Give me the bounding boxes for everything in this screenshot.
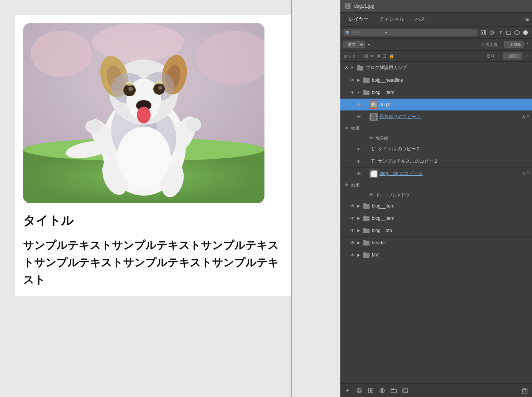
- filter-pixel-icon[interactable]: [480, 29, 487, 36]
- expand-arrow-headline[interactable]: ▶: [357, 78, 362, 82]
- filter-adjustment-icon[interactable]: [488, 29, 495, 36]
- new-group-icon[interactable]: [389, 386, 398, 395]
- visibility-toggle-effect1[interactable]: 👁: [343, 125, 350, 131]
- file-icon: [345, 3, 351, 9]
- svg-point-53: [371, 170, 372, 172]
- svg-text:fx: fx: [358, 389, 361, 393]
- visibility-toggle-border[interactable]: 👁: [368, 135, 374, 141]
- layer-item-header[interactable]: 👁 ▶ header: [340, 237, 532, 249]
- opacity-input[interactable]: [504, 41, 524, 48]
- layer-item-blog-item-open[interactable]: 👁 ▾ blog__item: [340, 86, 532, 99]
- expand-arrow-blog-item3[interactable]: ▶: [357, 216, 362, 220]
- visibility-toggle-dropshadow[interactable]: 👁: [368, 192, 374, 198]
- svg-rect-42: [506, 31, 511, 35]
- guide-vertical: [291, 0, 292, 397]
- svg-point-34: [156, 81, 163, 84]
- expand-arrow-blog-item[interactable]: ▾: [357, 90, 362, 94]
- effect-label-2: 効果: [351, 182, 360, 188]
- layer-name-blog-btn: blog__btn: [372, 228, 529, 233]
- folder-icon-blog-item: [363, 90, 370, 95]
- lock-move-icon[interactable]: ⊕: [376, 53, 380, 59]
- fill-input[interactable]: [503, 53, 522, 59]
- new-fill-layer-icon[interactable]: [378, 386, 386, 395]
- fx-arrow-rect-copy4[interactable]: ^: [527, 115, 529, 119]
- svg-point-12: [186, 118, 201, 132]
- svg-point-43: [523, 30, 528, 35]
- blend-mode-select[interactable]: 通常: [343, 41, 365, 48]
- layer-item-dog11[interactable]: 👁 ▶ dog11: [340, 99, 532, 111]
- layer-name-header: header: [372, 240, 529, 245]
- filter-smart-icon[interactable]: [514, 29, 521, 36]
- lock-all-icon[interactable]: 🔒: [389, 53, 394, 59]
- lock-draw-icon[interactable]: ✏: [370, 53, 374, 59]
- layer-item-blog-bg-copy2[interactable]: 👁 ▶ blog__bg のコピー２ fx ^: [340, 168, 532, 180]
- lock-pixels-icon[interactable]: ⊞: [364, 53, 368, 59]
- delete-layer-icon[interactable]: [521, 386, 529, 395]
- folder-icon-mv: [363, 252, 370, 258]
- layer-name-sample-copy2: サンプルテキス... のコピー２: [378, 158, 529, 165]
- layer-item-blog-item2[interactable]: 👁 ▶ blog__item: [340, 200, 532, 212]
- fill-label: 塗り：: [486, 53, 499, 59]
- svg-point-50: [371, 114, 372, 115]
- fx-arrow-blog-bg[interactable]: ^: [527, 171, 529, 176]
- layer-item-headline[interactable]: 👁 ▶ bolg__headline: [340, 74, 532, 86]
- layer-thumb-dog11: [369, 100, 378, 109]
- fill-chevron[interactable]: ⌃: [526, 54, 529, 58]
- dropshadow-label: ドロップシャドウ: [376, 192, 409, 198]
- blend-dropdown-arrow: ▼: [367, 43, 371, 47]
- layer-name-title-copy2: タイトル のコピー２: [378, 146, 529, 152]
- layer-item-rect-copy4[interactable]: 👁 ▶ 長方形２のコピー４ fx ^: [340, 111, 532, 123]
- visibility-toggle-blog-bg-copy2[interactable]: 👁: [356, 171, 362, 177]
- blog-title: タイトル: [23, 213, 284, 229]
- tab-layers[interactable]: レイヤー: [343, 13, 374, 26]
- layer-item-blog-item3[interactable]: 👁 ▶ blog__item: [340, 212, 532, 224]
- visibility-toggle-headline[interactable]: 👁: [350, 77, 356, 83]
- kind-filter-box[interactable]: 🔍 ▼: [343, 29, 478, 36]
- visibility-toggle-root[interactable]: 👁: [343, 65, 350, 71]
- layer-item-title-copy2[interactable]: 👁 ▶ T タイトル のコピー２: [340, 143, 532, 155]
- expand-arrow-blog-item2[interactable]: ▶: [357, 204, 362, 208]
- layer-item-dropshadow: 👁 ドロップシャドウ: [340, 190, 532, 200]
- layer-item-mv[interactable]: 👁 ▶ MV: [340, 249, 532, 261]
- visibility-toggle-dog11[interactable]: 👁: [356, 102, 362, 108]
- new-layer-icon[interactable]: [401, 386, 409, 395]
- visibility-toggle-blog-item[interactable]: 👁: [350, 89, 356, 96]
- tab-channels[interactable]: チャンネル: [374, 13, 410, 26]
- add-mask-icon[interactable]: [366, 386, 375, 395]
- lock-artboard-icon[interactable]: ⊡: [383, 53, 386, 59]
- visibility-toggle-mv[interactable]: 👁: [350, 252, 356, 258]
- visibility-toggle-blog-btn[interactable]: 👁: [350, 227, 356, 234]
- layer-fx-rect-copy4: fx: [522, 115, 526, 119]
- filter-color-icon[interactable]: [522, 29, 529, 36]
- svg-point-29: [158, 86, 162, 90]
- svg-point-57: [369, 389, 372, 392]
- expand-arrow-root[interactable]: ▾: [351, 66, 356, 70]
- layer-name-blog-bg-copy2: blog__bg のコピー２: [379, 170, 521, 177]
- layer-item-effect1: 👁 効果: [340, 123, 532, 133]
- visibility-toggle-title-copy2[interactable]: 👁: [356, 146, 362, 152]
- dropdown-arrow: ▼: [384, 31, 388, 35]
- visibility-toggle-header[interactable]: 👁: [350, 240, 356, 246]
- svg-rect-39: [482, 32, 483, 34]
- opacity-chevron[interactable]: ⌃: [526, 43, 529, 47]
- visibility-toggle-blog-item3[interactable]: 👁: [350, 215, 356, 221]
- panel-menu-icon[interactable]: ≡: [525, 16, 529, 23]
- kind-filter-input[interactable]: [352, 30, 383, 35]
- visibility-toggle-sample-copy2[interactable]: 👁: [356, 158, 362, 165]
- visibility-toggle-blog-item2[interactable]: 👁: [350, 203, 356, 209]
- dog-image-container: [23, 23, 264, 203]
- expand-arrow-header[interactable]: ▶: [357, 241, 362, 245]
- add-style-icon[interactable]: fx: [355, 386, 363, 395]
- folder-icon-blog-btn: [363, 228, 370, 233]
- expand-arrow-blog-btn[interactable]: ▶: [357, 228, 362, 232]
- filter-text-icon[interactable]: T: [497, 29, 504, 36]
- link-layers-icon[interactable]: [343, 386, 352, 395]
- layer-item-blog-btn[interactable]: 👁 ▶ blog__btn: [340, 224, 532, 237]
- filter-shape-icon[interactable]: [505, 29, 512, 36]
- layer-item-root[interactable]: 👁 ▾ ブログ解説用カンプ: [340, 62, 532, 74]
- visibility-toggle-effect2[interactable]: 👁: [343, 182, 350, 188]
- visibility-toggle-rect-copy4[interactable]: 👁: [356, 114, 362, 120]
- expand-arrow-mv[interactable]: ▶: [357, 253, 362, 257]
- tab-paths[interactable]: パス: [410, 13, 430, 26]
- layer-item-sample-copy2[interactable]: 👁 ▶ T サンプルテキス... のコピー２: [340, 155, 532, 168]
